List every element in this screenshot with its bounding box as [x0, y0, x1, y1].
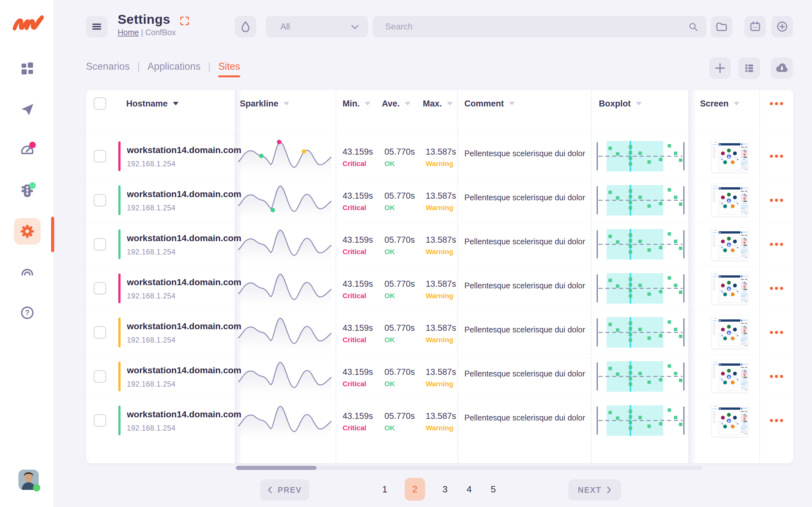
tab-applications[interactable]: Applications: [148, 61, 200, 77]
ave-status: OK: [385, 424, 395, 432]
column-header-actions[interactable]: [759, 90, 793, 117]
row-select-cell: [86, 266, 114, 310]
screen-thumbnail[interactable]: [712, 140, 748, 172]
min-status: Critical: [343, 380, 366, 388]
tab-sites[interactable]: Sites: [218, 61, 240, 77]
row-checkbox[interactable]: [94, 414, 106, 427]
row-actions-button[interactable]: [759, 134, 793, 178]
ave-value: 05.770s: [385, 279, 415, 289]
sidebar-item-navigate[interactable]: [14, 96, 41, 123]
hostname: workstation14.domain.com: [127, 365, 241, 376]
row-checkbox[interactable]: [94, 326, 106, 339]
ip-address: 192.168.1.254: [127, 336, 176, 344]
status-color-bar: [118, 406, 120, 435]
screen-cell: [688, 222, 759, 266]
min-status: Critical: [343, 248, 366, 256]
max-cell: 13.587s Warning: [419, 398, 457, 442]
max-cell: 13.587s Warning: [419, 178, 457, 222]
search-input[interactable]: [386, 16, 683, 38]
sidebar-item-performance[interactable]: [14, 137, 41, 164]
column-header-screen[interactable]: Screen: [700, 99, 740, 108]
ave-cell: 05.770s OK: [377, 178, 419, 222]
sidebar-item-help[interactable]: ?: [14, 299, 41, 326]
screen-thumbnail[interactable]: [712, 404, 748, 437]
screen-thumbnail[interactable]: [712, 184, 748, 216]
column-header-max[interactable]: Max.: [423, 99, 453, 108]
list-icon: [743, 62, 755, 74]
max-cell: 13.587s Warning: [419, 222, 457, 266]
row-actions-button[interactable]: [759, 398, 793, 442]
water-drop-icon: [239, 20, 252, 33]
next-label: NEXT: [578, 486, 602, 495]
folder-button[interactable]: [711, 16, 732, 38]
sidebar-item-settings[interactable]: [14, 218, 41, 245]
row-checkbox[interactable]: [94, 238, 106, 250]
page-3[interactable]: 3: [441, 484, 449, 495]
more-options-icon: [770, 331, 783, 334]
comment-cell: Pellentesque scelerisque dui dolor: [457, 266, 591, 310]
status-color-bar: [118, 185, 120, 215]
screenshot-preview: [712, 272, 748, 304]
ave-status: OK: [385, 292, 395, 300]
search-icon[interactable]: [689, 22, 698, 32]
ave-value: 05.770s: [385, 367, 415, 377]
screen-thumbnail[interactable]: [712, 272, 748, 304]
min-value: 43.159s: [343, 367, 373, 377]
row-actions-button[interactable]: [759, 310, 793, 354]
tab-scenarios[interactable]: Scenarios: [86, 61, 130, 77]
ave-value: 05.770s: [385, 411, 415, 421]
hostname-cell: workstation14.domain.com 192.168.1.254: [114, 354, 235, 398]
breadcrumb-home-link[interactable]: Home: [118, 28, 139, 37]
row-actions-button[interactable]: [759, 266, 793, 310]
add-row-button[interactable]: [709, 57, 731, 79]
prev-page-button[interactable]: PREV: [260, 480, 309, 500]
min-status: Critical: [343, 204, 366, 212]
add-circle-button[interactable]: [771, 16, 793, 38]
row-checkbox[interactable]: [94, 194, 106, 207]
section-tabs: Scenarios | Applications | Sites: [86, 61, 240, 77]
ave-status: OK: [385, 380, 395, 388]
page-2[interactable]: 2: [405, 478, 425, 501]
page-5[interactable]: 5: [489, 484, 497, 495]
max-status: Warning: [426, 424, 453, 432]
sort-icon: [405, 102, 410, 105]
next-page-button[interactable]: NEXT: [568, 480, 621, 500]
download-button[interactable]: [771, 57, 793, 79]
more-options-icon: [770, 243, 783, 246]
column-header-comment[interactable]: Comment: [464, 99, 515, 108]
filter-select[interactable]: All: [266, 16, 368, 38]
screen-thumbnail[interactable]: [712, 228, 748, 261]
row-checkbox[interactable]: [94, 282, 106, 295]
screen-thumbnail[interactable]: [712, 360, 748, 393]
column-header-sparkline[interactable]: Sparkline: [240, 99, 289, 108]
row-actions-button[interactable]: [759, 354, 793, 398]
row-actions-button[interactable]: [759, 222, 793, 266]
column-header-min[interactable]: Min.: [343, 99, 370, 108]
row-checkbox[interactable]: [94, 370, 106, 383]
comment-text: Pellentesque scelerisque dui dolor: [464, 412, 588, 423]
column-header-boxplot[interactable]: Boxplot: [599, 99, 642, 108]
screenshot-preview: [712, 184, 748, 216]
row-actions-button[interactable]: [759, 178, 793, 222]
horizontal-scrollbar-thumb[interactable]: [236, 466, 316, 470]
expand-icon[interactable]: [180, 16, 189, 25]
list-view-button[interactable]: [739, 57, 760, 79]
status-color-bar: [118, 318, 120, 347]
data-table: Hostname Sparkline Min. Ave. Max. Commen…: [86, 90, 793, 463]
ip-address: 192.168.1.254: [127, 204, 176, 212]
column-header-hostname[interactable]: Hostname: [126, 99, 179, 108]
screen-thumbnail[interactable]: [712, 316, 748, 349]
header-select-cell: [86, 90, 114, 117]
menu-button[interactable]: [86, 16, 107, 38]
calendar-button[interactable]: [745, 16, 766, 38]
more-options-icon: [770, 199, 783, 202]
page-4[interactable]: 4: [465, 484, 473, 495]
column-header-ave[interactable]: Ave.: [382, 99, 410, 108]
theme-drop-button[interactable]: [235, 16, 256, 38]
row-checkbox[interactable]: [94, 150, 106, 163]
sidebar-item-signal[interactable]: [14, 259, 41, 285]
select-all-checkbox[interactable]: [94, 97, 106, 110]
sidebar-item-dashboard[interactable]: [14, 55, 41, 82]
page-1[interactable]: 1: [380, 484, 389, 495]
sidebar-item-traffic[interactable]: [14, 177, 41, 204]
